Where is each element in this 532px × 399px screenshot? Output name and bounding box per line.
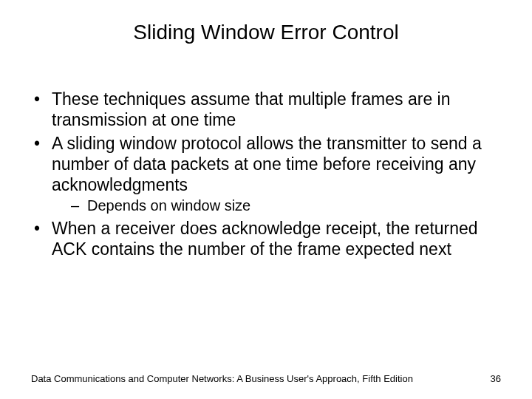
slide-footer: Data Communications and Computer Network… [31, 373, 501, 384]
bullet-text: These techniques assume that multiple fr… [52, 89, 451, 129]
footer-page-number: 36 [491, 373, 501, 384]
bullet-text: When a receiver does acknowledge receipt… [52, 219, 478, 259]
slide-title: Sliding Window Error Control [0, 21, 532, 44]
bullet-item: These techniques assume that multiple fr… [31, 89, 501, 130]
bullet-item: A sliding window protocol allows the tra… [31, 133, 501, 215]
sub-bullet-item: Depends on window size [52, 197, 501, 214]
bullet-text: A sliding window protocol allows the tra… [52, 134, 482, 194]
slide: Sliding Window Error Control These techn… [0, 0, 532, 399]
bullet-item: When a receiver does acknowledge receipt… [31, 218, 501, 259]
footer-source: Data Communications and Computer Network… [31, 373, 413, 384]
slide-body: These techniques assume that multiple fr… [31, 89, 501, 262]
sub-bullet-list: Depends on window size [52, 197, 501, 214]
sub-bullet-text: Depends on window size [87, 197, 250, 214]
bullet-list: These techniques assume that multiple fr… [31, 89, 501, 259]
